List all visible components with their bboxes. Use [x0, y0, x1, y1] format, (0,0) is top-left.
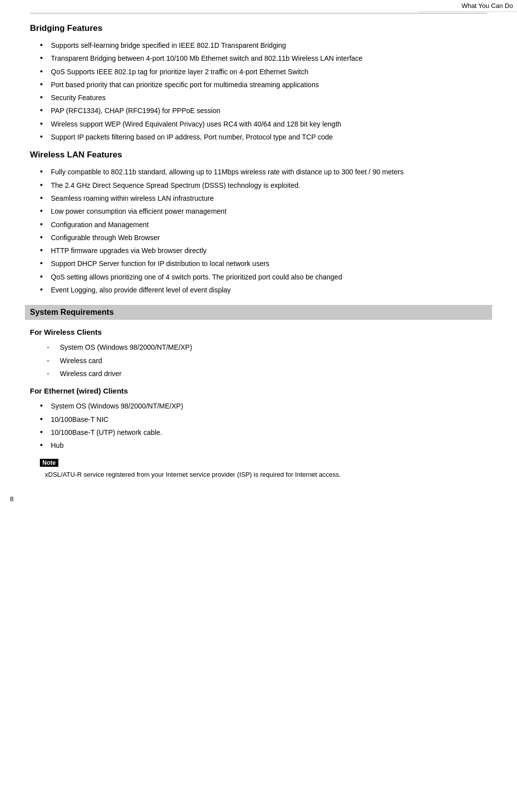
list-item: Support IP packets filtering based on IP… — [40, 132, 487, 142]
list-item: Support DHCP Server function for IP dist… — [40, 259, 487, 269]
system-requirements-bar: System Requirements — [25, 305, 492, 320]
list-item: Port based priority that can prioritize … — [40, 80, 487, 90]
top-divider — [30, 13, 487, 13]
ethernet-clients-list: System OS (Windows 98/2000/NT/ME/XP) 10/… — [40, 401, 487, 450]
note-label: Note — [40, 459, 58, 467]
list-item: Low power consumption via efficient powe… — [40, 206, 487, 216]
list-item: Transparent Bridging between 4-port 10/1… — [40, 53, 487, 63]
list-item: Wireless card — [40, 356, 487, 366]
list-item: Seamless roaming within wireless LAN inf… — [40, 193, 487, 203]
wireless-clients-list: System OS (Windows 98/2000/NT/ME/XP) Wir… — [40, 342, 487, 379]
list-item: Supports self-learning bridge specified … — [40, 40, 487, 50]
list-item: The 2.4 GHz Direct Sequence Spread Spect… — [40, 180, 487, 190]
wireless-lan-features-list: Fully compatible to 802.11b standard, al… — [40, 167, 487, 295]
list-item: 10/100Base-T NIC — [40, 414, 487, 424]
list-item: Fully compatible to 802.11b standard, al… — [40, 167, 487, 177]
note-text: xDSL/ATU-R service registered from your … — [45, 470, 487, 480]
list-item: System OS (Windows 98/2000/NT/ME/XP) — [40, 401, 487, 411]
list-item: System OS (Windows 98/2000/NT/ME/XP) — [40, 342, 487, 352]
list-item: QoS Supports IEEE 802.1p tag for priorit… — [40, 67, 487, 77]
wireless-lan-features-title: Wireless LAN Features — [30, 150, 487, 160]
list-item: Wireless support WEP (Wired Equivalent P… — [40, 119, 487, 129]
ethernet-clients-title: For Ethernet (wired) Clients — [30, 387, 487, 395]
list-item: HTTP firmware upgrades via Web browser d… — [40, 246, 487, 256]
list-item: PAP (RFC1334), CHAP (RFC1994) for PPPoE … — [40, 106, 487, 116]
list-item: 10/100Base-T (UTP) network cable. — [40, 427, 487, 437]
wireless-clients-title: For Wireless Clients — [30, 328, 487, 336]
bridging-features-list: Supports self-learning bridge specified … — [40, 40, 487, 142]
list-item: QoS setting allows prioritizing one of 4… — [40, 272, 487, 282]
bridging-features-title: Bridging Features — [30, 23, 487, 33]
page-number: 8 — [10, 495, 13, 503]
list-item: Event Logging, also provide different le… — [40, 285, 487, 295]
header-right-text: What You Can Do — [417, 0, 517, 12]
list-item: Configurable through Web Browser — [40, 233, 487, 243]
list-item: Wireless card driver — [40, 369, 487, 379]
note-box: Note xDSL/ATU-R service registered from … — [40, 458, 487, 480]
list-item: Configuration and Management — [40, 220, 487, 230]
list-item: Hub — [40, 440, 487, 450]
list-item: Security Features — [40, 93, 487, 103]
